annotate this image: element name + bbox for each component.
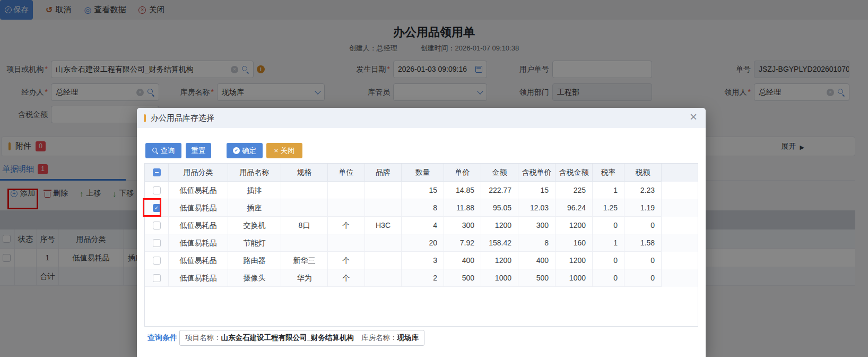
cell: 8 bbox=[402, 199, 444, 217]
row-checkbox[interactable] bbox=[153, 222, 161, 230]
screen: 保存 取消 查看数据 关闭 办公用品领用单 创建人：总经理 创建时间：2026-… bbox=[0, 0, 868, 357]
cell: 1.58 bbox=[624, 234, 662, 252]
cell: 500 bbox=[444, 269, 481, 287]
cell bbox=[328, 182, 365, 199]
cell: 0 bbox=[624, 252, 662, 269]
column-header: 税率 bbox=[593, 164, 624, 182]
dialog-button-bar: 查询 重置 确定 × 关闭 bbox=[145, 143, 302, 158]
row-checkbox-cell bbox=[145, 217, 169, 234]
annotation-box-checkbox bbox=[143, 198, 161, 217]
cell: 路由器 bbox=[228, 252, 281, 269]
cell: 低值易耗品 bbox=[169, 234, 228, 252]
inventory-select-dialog: 办公用品库存选择 查询 重置 确定 × 关闭 用品分类用品名称规格单位品牌数量单… bbox=[137, 108, 706, 357]
cell bbox=[365, 269, 402, 287]
column-header: 规格 bbox=[281, 164, 328, 182]
reset-button[interactable]: 重置 bbox=[186, 143, 211, 158]
cell bbox=[281, 234, 328, 252]
inventory-row[interactable]: 低值易耗品插排1514.85222.771522512.23 bbox=[145, 182, 698, 199]
dialog-header: 办公用品库存选择 bbox=[137, 108, 706, 128]
cell: 2 bbox=[402, 269, 444, 287]
search-icon bbox=[152, 148, 159, 154]
inventory-row[interactable]: 低值易耗品插座811.8895.0512.0396.241.251.19 bbox=[145, 199, 698, 217]
cell: 15 bbox=[402, 182, 444, 199]
reset-label: 重置 bbox=[192, 146, 206, 156]
inventory-table-header: 用品分类用品名称规格单位品牌数量单价金额含税单价含税金额税率税额 bbox=[145, 164, 698, 182]
project-name-value: 山东金石建设工程有限公司_财务结算机构 bbox=[221, 334, 354, 342]
column-header: 单位 bbox=[328, 164, 365, 182]
cell: 1200 bbox=[481, 217, 518, 234]
cell: 4 bbox=[402, 217, 444, 234]
cell: 摄像头 bbox=[228, 269, 281, 287]
cell bbox=[281, 199, 328, 217]
cell: 1.25 bbox=[593, 199, 624, 217]
select-all-checkbox[interactable] bbox=[153, 168, 161, 176]
cell: 0 bbox=[593, 252, 624, 269]
query-condition-label: 查询条件 bbox=[147, 333, 177, 343]
cell: 300 bbox=[444, 217, 481, 234]
query-label: 查询 bbox=[161, 146, 175, 156]
inventory-row[interactable]: 低值易耗品摄像头华为个25001000500100000 bbox=[145, 269, 698, 287]
select-all-cell bbox=[145, 164, 169, 182]
cell: 新华三 bbox=[281, 252, 328, 269]
cell: 8口 bbox=[281, 217, 328, 234]
dialog-close-icon[interactable] bbox=[690, 112, 697, 123]
cell bbox=[365, 182, 402, 199]
query-condition-box: 项目名称：山东金石建设工程有限公司_财务结算机构库房名称：现场库 bbox=[179, 330, 424, 346]
cell: 插座 bbox=[228, 199, 281, 217]
cell bbox=[328, 234, 365, 252]
cell: 个 bbox=[328, 217, 365, 234]
check-circle-icon bbox=[233, 147, 240, 154]
cell: 1000 bbox=[481, 269, 518, 287]
dialog-close-label: 关闭 bbox=[280, 146, 294, 156]
cell: 个 bbox=[328, 252, 365, 269]
inventory-table: 用品分类用品名称规格单位品牌数量单价金额含税单价含税金额税率税额低值易耗品插排1… bbox=[144, 163, 698, 327]
inventory-row[interactable]: 低值易耗品路由器新华三个34001200400120000 bbox=[145, 252, 698, 269]
row-checkbox[interactable] bbox=[153, 274, 161, 282]
query-button[interactable]: 查询 bbox=[145, 143, 181, 158]
column-header: 数量 bbox=[402, 164, 444, 182]
inventory-row[interactable]: 低值易耗品节能灯207.92158.42816011.58 bbox=[145, 234, 698, 252]
cell: 0 bbox=[593, 217, 624, 234]
cell: H3C bbox=[365, 217, 402, 234]
confirm-button[interactable]: 确定 bbox=[227, 143, 263, 158]
cell: 2.23 bbox=[624, 182, 662, 199]
cell: 低值易耗品 bbox=[169, 182, 228, 199]
cell: 3 bbox=[402, 252, 444, 269]
cell: 0 bbox=[624, 269, 662, 287]
cell: 1 bbox=[593, 234, 624, 252]
cell: 1.19 bbox=[624, 199, 662, 217]
x-icon: × bbox=[274, 147, 279, 155]
warehouse-name-label: 库房名称： bbox=[361, 334, 397, 342]
column-header: 税额 bbox=[624, 164, 662, 182]
row-checkbox-cell bbox=[145, 269, 169, 287]
row-checkbox[interactable] bbox=[153, 239, 161, 247]
cell: 1000 bbox=[555, 269, 593, 287]
cell: 8 bbox=[518, 234, 555, 252]
inventory-row[interactable]: 低值易耗品交换机8口个H3C43001200300120000 bbox=[145, 217, 698, 234]
column-header: 品牌 bbox=[365, 164, 402, 182]
cell: 7.92 bbox=[444, 234, 481, 252]
project-name-label: 项目名称： bbox=[185, 334, 221, 342]
row-checkbox[interactable] bbox=[153, 186, 161, 194]
cell bbox=[281, 182, 328, 199]
cell: 1200 bbox=[481, 252, 518, 269]
column-header: 用品名称 bbox=[228, 164, 281, 182]
cell: 160 bbox=[555, 234, 593, 252]
row-checkbox[interactable] bbox=[153, 257, 161, 265]
cell: 1 bbox=[593, 182, 624, 199]
cell: 15 bbox=[518, 182, 555, 199]
dialog-close-button[interactable]: × 关闭 bbox=[266, 143, 302, 158]
column-header: 含税金额 bbox=[555, 164, 593, 182]
cell: 插排 bbox=[228, 182, 281, 199]
cell: 1200 bbox=[555, 252, 593, 269]
cell: 华为 bbox=[281, 269, 328, 287]
cell bbox=[365, 252, 402, 269]
cell bbox=[365, 199, 402, 217]
cell: 11.88 bbox=[444, 199, 481, 217]
cell: 低值易耗品 bbox=[169, 252, 228, 269]
cell: 225 bbox=[555, 182, 593, 199]
cell: 400 bbox=[518, 252, 555, 269]
cell: 1200 bbox=[555, 217, 593, 234]
cell: 14.85 bbox=[444, 182, 481, 199]
cell bbox=[328, 199, 365, 217]
